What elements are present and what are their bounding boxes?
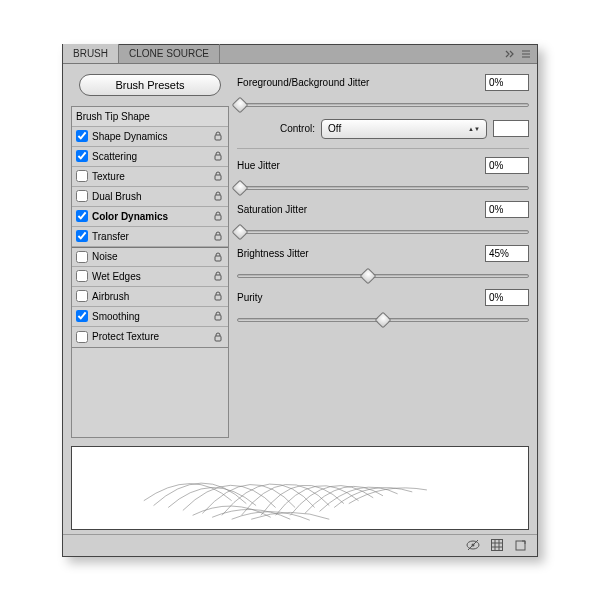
svg-rect-9 — [215, 315, 221, 320]
svg-rect-4 — [215, 215, 221, 220]
checkbox-wet-edges[interactable] — [76, 270, 88, 282]
brush-options-list: Brush Tip Shape Shape Dynamics Scatterin… — [71, 106, 229, 348]
option-shape-dynamics[interactable]: Shape Dynamics — [72, 127, 228, 147]
option-label: Transfer — [92, 231, 208, 242]
tab-bar: BRUSH CLONE SOURCE — [63, 45, 537, 64]
setting-control: Control: Off ▲▼ — [237, 118, 529, 140]
option-label: Shape Dynamics — [92, 131, 208, 142]
option-protect-texture[interactable]: Protect Texture — [72, 327, 228, 347]
input-brightness-jitter[interactable] — [485, 245, 529, 262]
setting-label: Control: — [237, 123, 315, 134]
svg-rect-6 — [215, 256, 221, 261]
slider-saturation-jitter[interactable] — [237, 225, 529, 239]
option-label: Color Dynamics — [92, 211, 208, 222]
new-brush-icon[interactable] — [513, 537, 529, 553]
svg-rect-3 — [215, 195, 221, 200]
option-label: Protect Texture — [92, 331, 208, 342]
brush-grid-icon[interactable] — [489, 537, 505, 553]
svg-rect-7 — [215, 275, 221, 280]
option-noise[interactable]: Noise — [72, 247, 228, 267]
checkbox-shape-dynamics[interactable] — [76, 130, 88, 142]
checkbox-scattering[interactable] — [76, 150, 88, 162]
setting-brightness-jitter: Brightness Jitter — [237, 245, 529, 263]
input-fgbg-jitter[interactable] — [485, 74, 529, 91]
tab-brush[interactable]: BRUSH — [63, 44, 119, 63]
checkbox-texture[interactable] — [76, 170, 88, 182]
option-label: Noise — [92, 251, 208, 262]
checkbox-dual-brush[interactable] — [76, 190, 88, 202]
toggle-preview-icon[interactable] — [465, 537, 481, 553]
brush-presets-button[interactable]: Brush Presets — [79, 74, 221, 96]
setting-label: Saturation Jitter — [237, 204, 479, 215]
option-wet-edges[interactable]: Wet Edges — [72, 267, 228, 287]
collapse-icon[interactable] — [503, 47, 517, 61]
option-color-dynamics[interactable]: Color Dynamics — [72, 207, 228, 227]
setting-label: Brightness Jitter — [237, 248, 479, 259]
setting-hue-jitter: Hue Jitter — [237, 157, 529, 175]
input-purity[interactable] — [485, 289, 529, 306]
option-transfer[interactable]: Transfer — [72, 227, 228, 247]
checkbox-noise[interactable] — [76, 251, 88, 263]
lock-icon[interactable] — [212, 270, 224, 282]
input-saturation-jitter[interactable] — [485, 201, 529, 218]
checkbox-airbrush[interactable] — [76, 290, 88, 302]
option-label: Wet Edges — [92, 271, 208, 282]
svg-rect-10 — [215, 336, 221, 341]
lock-icon[interactable] — [212, 230, 224, 242]
setting-fgbg-jitter: Foreground/Background Jitter — [237, 74, 529, 92]
option-label: Smoothing — [92, 311, 208, 322]
input-hue-jitter[interactable] — [485, 157, 529, 174]
setting-saturation-jitter: Saturation Jitter — [237, 201, 529, 219]
option-airbrush[interactable]: Airbrush — [72, 287, 228, 307]
setting-label: Foreground/Background Jitter — [237, 77, 479, 88]
lock-icon[interactable] — [212, 331, 224, 343]
lock-icon[interactable] — [212, 170, 224, 182]
lock-icon[interactable] — [212, 290, 224, 302]
svg-rect-0 — [215, 135, 221, 140]
setting-label: Hue Jitter — [237, 160, 479, 171]
svg-rect-5 — [215, 235, 221, 240]
option-label: Brush Tip Shape — [76, 111, 224, 122]
option-label: Dual Brush — [92, 191, 208, 202]
options-filler — [71, 348, 229, 438]
option-brush-tip-shape[interactable]: Brush Tip Shape — [72, 107, 228, 127]
lock-icon[interactable] — [212, 130, 224, 142]
chevron-updown-icon: ▲▼ — [468, 126, 480, 132]
checkbox-color-dynamics[interactable] — [76, 210, 88, 222]
svg-rect-1 — [215, 155, 221, 160]
brush-panel: BRUSH CLONE SOURCE Brush Presets Brush T… — [62, 44, 538, 557]
svg-rect-2 — [215, 175, 221, 180]
option-smoothing[interactable]: Smoothing — [72, 307, 228, 327]
checkbox-protect-texture[interactable] — [76, 331, 88, 343]
checkbox-smoothing[interactable] — [76, 310, 88, 322]
checkbox-transfer[interactable] — [76, 230, 88, 242]
brush-stroke-preview-icon — [72, 447, 528, 529]
lock-icon[interactable] — [212, 190, 224, 202]
select-value: Off — [328, 123, 341, 134]
option-dual-brush[interactable]: Dual Brush — [72, 187, 228, 207]
svg-rect-8 — [215, 295, 221, 300]
lock-icon[interactable] — [212, 310, 224, 322]
panel-menu-icon[interactable] — [519, 47, 533, 61]
lock-icon[interactable] — [212, 210, 224, 222]
svg-rect-19 — [516, 541, 525, 550]
brush-preview — [71, 446, 529, 530]
tab-clone-source[interactable]: CLONE SOURCE — [119, 44, 220, 63]
slider-brightness-jitter[interactable] — [237, 269, 529, 283]
slider-hue-jitter[interactable] — [237, 181, 529, 195]
setting-label: Purity — [237, 292, 479, 303]
left-column: Brush Presets Brush Tip Shape Shape Dyna… — [71, 74, 229, 438]
option-scattering[interactable]: Scattering — [72, 147, 228, 167]
select-control[interactable]: Off ▲▼ — [321, 119, 487, 139]
setting-purity: Purity — [237, 289, 529, 307]
option-label: Scattering — [92, 151, 208, 162]
option-label: Airbrush — [92, 291, 208, 302]
input-control-extra[interactable] — [493, 120, 529, 137]
lock-icon[interactable] — [212, 251, 224, 263]
settings-column: Foreground/Background Jitter Control: Of… — [237, 74, 529, 438]
option-label: Texture — [92, 171, 208, 182]
slider-purity[interactable] — [237, 313, 529, 327]
slider-fgbg-jitter[interactable] — [237, 98, 529, 112]
lock-icon[interactable] — [212, 150, 224, 162]
option-texture[interactable]: Texture — [72, 167, 228, 187]
